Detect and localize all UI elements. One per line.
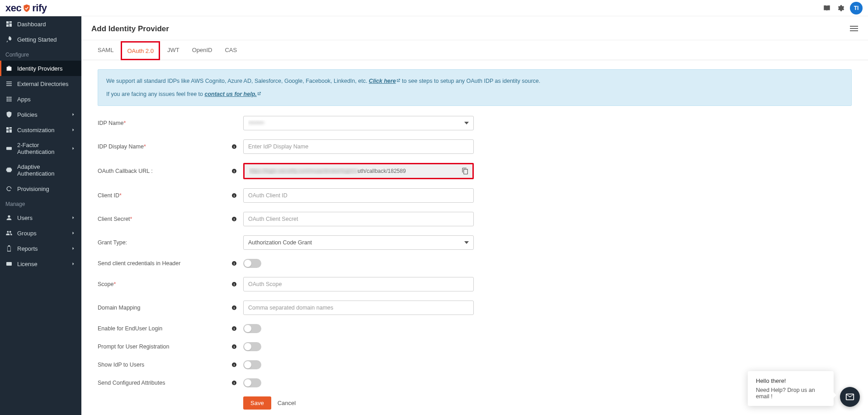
client-secret-input[interactable] [243,212,474,226]
sidebar-item-label: Apps [17,96,76,103]
sidebar-item-label: Users [17,215,71,221]
tab-saml[interactable]: SAML [91,40,120,60]
grant-type-select[interactable]: Authorization Code Grant [243,235,474,250]
sidebar-item-identity-providers[interactable]: Identity Providers [0,61,81,76]
send-attrs-toggle[interactable] [243,378,261,387]
info-icon[interactable]: i [229,305,243,310]
sidebar-item-label: Adaptive Authentication [17,163,76,177]
copy-icon[interactable] [462,167,469,175]
sidebar-item-label: Policies [17,111,71,118]
info-icon[interactable]: i [229,362,243,367]
book-icon[interactable] [823,4,831,12]
show-idp-toggle[interactable] [243,360,261,369]
user-icon [5,214,13,221]
info-text: We support all standard IDPs like AWS Co… [106,78,369,84]
domain-mapping-label: Domain Mapping [98,305,229,311]
sidebar-item-adaptive-auth[interactable]: Adaptive Authentication [0,159,81,181]
sidebar-item-2fa[interactable]: 2-Factor Authentication [0,138,81,159]
sidebar-item-provisioning[interactable]: Provisioning [0,181,81,196]
info-icon[interactable]: i [229,193,243,198]
rocket-icon [5,36,13,43]
prompt-reg-toggle[interactable] [243,342,261,351]
cancel-button[interactable]: Cancel [278,400,296,406]
sidebar-section-configure: Configure [0,47,81,61]
sidebar-item-customization[interactable]: Customization [0,122,81,138]
scope-input[interactable] [243,277,474,291]
sidebar-item-dashboard[interactable]: Dashboard [0,16,81,32]
topbar: xec rify TI [0,0,868,16]
chat-toast[interactable]: Hello there! Need Help? Drop us an email… [748,371,834,406]
info-icon[interactable]: i [229,344,243,349]
chevron-right-icon [71,146,76,151]
callback-url-value: https://login.xecurify.com/moas/broker/l… [249,168,462,174]
info-icon[interactable]: i [229,144,243,149]
group-icon [5,229,13,237]
main-content: Add Identity Provider SAML OAuth 2.0 JWT… [81,16,868,415]
info-icon[interactable]: i [229,380,243,386]
scope-label: Scope* [98,281,229,287]
brand-text-left: xec [5,2,21,14]
sidebar-item-label: 2-Factor Authentication [17,142,71,155]
tab-cas[interactable]: CAS [218,40,243,60]
card-icon [5,260,13,267]
domain-mapping-input[interactable] [243,301,474,315]
svg-text:i: i [234,327,235,330]
user-avatar[interactable]: TI [850,2,863,14]
svg-text:i: i [234,218,235,221]
sidebar-item-label: Reports [17,245,71,252]
svg-rect-1 [6,262,12,266]
sidebar-item-label: Provisioning [17,186,76,192]
svg-text:i: i [234,306,235,310]
chat-fab[interactable] [840,387,860,407]
hamburger-icon[interactable] [850,26,858,32]
gear-icon[interactable] [836,4,844,12]
show-idp-label: Show IdP to Users [98,362,229,368]
client-id-input[interactable] [243,188,474,203]
save-button[interactable]: Save [243,396,271,410]
info-icon[interactable]: i [229,261,243,266]
idp-display-name-input[interactable] [243,139,474,154]
info-icon[interactable]: i [229,216,243,222]
idp-name-select[interactable]: •••••••• [243,116,474,130]
sidebar-item-label: Identity Providers [17,65,76,72]
sidebar-item-label: License [17,261,71,267]
info-icon[interactable]: i [229,326,243,331]
sidebar-item-apps[interactable]: Apps [0,91,81,107]
info-icon[interactable]: i [229,281,243,287]
sidebar-item-policies[interactable]: Policies [0,107,81,122]
svg-rect-0 [6,147,12,150]
sidebar-item-reports[interactable]: Reports [0,241,81,256]
svg-text:i: i [234,363,235,367]
idp-display-name-label: IDP Display Name* [98,143,229,150]
prompt-reg-label: Prompt for User Registration [98,343,229,350]
shield-icon [22,4,31,13]
sidebar-item-groups[interactable]: Groups [0,225,81,241]
svg-text:i: i [234,194,235,197]
sidebar-item-external-directories[interactable]: External Directories [0,76,81,91]
sidebar-item-label: Customization [17,127,71,134]
sidebar-section-manage: Manage [0,196,81,210]
sidebar-item-license[interactable]: License [0,256,81,272]
sidebar-item-users[interactable]: Users [0,210,81,225]
sidebar-item-getting-started[interactable]: Getting Started [0,32,81,47]
clipboard-icon [5,245,13,252]
svg-text:i: i [234,382,235,385]
send-creds-header-label: Send client credentials in Header [98,260,229,267]
enable-enduser-toggle[interactable] [243,324,261,333]
tab-jwt[interactable]: JWT [161,40,186,60]
send-creds-header-toggle[interactable] [243,259,261,268]
tab-oauth[interactable]: OAuth 2.0 [121,41,160,60]
info-icon[interactable]: i [229,168,243,174]
info-text: If you are facing any issues feel free t… [106,91,204,97]
dashboard-icon [5,20,13,28]
tab-openid[interactable]: OpenID [186,40,219,60]
click-here-link[interactable]: Click here [369,78,401,84]
contact-us-link[interactable]: contact us for help. [204,91,261,97]
idp-name-label: IDP Name* [98,120,229,126]
verified-icon [5,167,13,174]
grant-type-label: Grant Type: [98,239,229,246]
enable-enduser-label: Enable for EndUser Login [98,325,229,332]
sidebar-item-label: Groups [17,230,71,237]
brand-logo[interactable]: xec rify [5,2,47,14]
svg-text:i: i [234,283,235,286]
